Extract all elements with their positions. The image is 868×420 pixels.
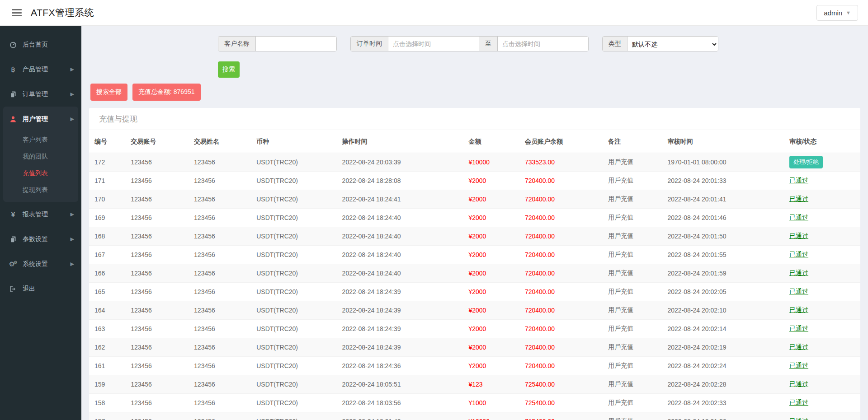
recharge-total-button[interactable]: 充值总金额: 876951 [132, 84, 201, 101]
cell-currency: USDT(TRC20) [251, 153, 336, 172]
cell-op-time: 2022-08-24 20:03:39 [337, 153, 463, 172]
sidebar-item-customer-list[interactable]: 客户列表 [3, 131, 78, 148]
sidebar-item-products[interactable]: ฿ 产品管理 ▶ [0, 57, 81, 82]
main-content: 客户名称 订单时间 至 类型 默认不选 搜索 搜索全部 充值总金额: 87695… [81, 26, 868, 420]
table-body: 172123456123456USDT(TRC20)2022-08-24 20:… [89, 153, 860, 420]
type-group: 类型 默认不选 [602, 36, 718, 51]
customer-name-group: 客户名称 [218, 36, 337, 51]
table-row: 166123456123456USDT(TRC20)2022-08-24 18:… [89, 264, 860, 283]
status-passed-link[interactable]: 已通过 [789, 288, 808, 295]
table-row: 169123456123456USDT(TRC20)2022-08-24 18:… [89, 209, 860, 227]
cell-remark: 用戶充值 [603, 412, 662, 420]
cell-op-time: 2022-08-24 18:05:51 [337, 375, 463, 394]
status-passed-link[interactable]: 已通过 [789, 251, 808, 258]
cell-balance: 725400.00 [519, 394, 603, 412]
cell-status: 已通过 [784, 394, 860, 412]
table-row: 159123456123456USDT(TRC20)2022-08-24 18:… [89, 375, 860, 394]
sidebar-item-withdraw-list[interactable]: 提现列表 [3, 182, 78, 198]
cell-id: 170 [89, 190, 125, 209]
cell-name: 123456 [189, 172, 251, 190]
cell-id: 171 [89, 172, 125, 190]
type-select[interactable]: 默认不选 [627, 37, 718, 51]
column-header: 会员账户余额 [519, 130, 603, 153]
chevron-down-icon: ▼ [846, 10, 851, 15]
status-passed-link[interactable]: 已通过 [789, 362, 808, 369]
status-passed-link[interactable]: 已通过 [789, 343, 808, 350]
cell-audit-time: 2022-08-24 20:02:05 [662, 283, 784, 301]
sidebar-item-recharge-list[interactable]: 充值列表 [3, 165, 78, 182]
status-passed-link[interactable]: 已通过 [789, 195, 808, 202]
cell-id: 166 [89, 264, 125, 283]
customer-name-input[interactable] [256, 37, 336, 51]
cell-id: 169 [89, 209, 125, 227]
order-time-separator: 至 [479, 37, 498, 51]
table-row: 158123456123456USDT(TRC20)2022-08-24 18:… [89, 394, 860, 412]
cell-account: 123456 [125, 172, 189, 190]
order-time-start-input[interactable] [388, 37, 479, 51]
sidebar-item-label: 系统设置 [23, 260, 48, 268]
status-passed-link[interactable]: 已通过 [789, 399, 808, 406]
status-process-reject-button[interactable]: 处理/拒绝 [789, 156, 823, 168]
table-row: 170123456123456USDT(TRC20)2022-08-24 18:… [89, 190, 860, 209]
cell-balance: 720400.00 [519, 209, 603, 227]
sidebar-item-dashboard[interactable]: 后台首页 [0, 32, 81, 57]
cell-currency: USDT(TRC20) [251, 375, 336, 394]
cell-status: 已通过 [784, 264, 860, 283]
chevron-right-icon: ▶ [71, 66, 74, 72]
status-passed-link[interactable]: 已通过 [789, 306, 808, 313]
cell-status: 已通过 [784, 283, 860, 301]
cell-account: 123456 [125, 320, 189, 338]
search-all-button[interactable]: 搜索全部 [90, 84, 127, 101]
cell-account: 123456 [125, 357, 189, 375]
status-passed-link[interactable]: 已通过 [789, 214, 808, 221]
cell-name: 123456 [189, 412, 251, 420]
cell-amount: ¥2000 [463, 338, 519, 357]
table-header-row: 编号交易账号交易姓名币种操作时间金额会员账户余额备注审核时间审核/状态 [89, 130, 860, 153]
sidebar-item-label: 退出 [23, 285, 35, 293]
chevron-right-icon: ▶ [71, 261, 74, 267]
sidebar-item-reports[interactable]: ¥ 报表管理 ▶ [0, 202, 81, 227]
cell-currency: USDT(TRC20) [251, 190, 336, 209]
table-row: 168123456123456USDT(TRC20)2022-08-24 18:… [89, 227, 860, 246]
cell-account: 123456 [125, 375, 189, 394]
search-button[interactable]: 搜索 [218, 61, 240, 78]
chevron-right-icon: ▶ [71, 116, 74, 122]
cell-account: 123456 [125, 227, 189, 246]
hamburger-menu-icon[interactable] [12, 9, 22, 16]
status-passed-link[interactable]: 已通过 [789, 177, 808, 184]
sidebar-item-logout[interactable]: 退出 [0, 276, 81, 301]
cell-name: 123456 [189, 153, 251, 172]
status-passed-link[interactable]: 已通过 [789, 232, 808, 239]
cell-audit-time: 2022-08-24 20:01:50 [662, 227, 784, 246]
cell-remark: 用戶充值 [603, 301, 662, 320]
filter-row: 客户名称 订单时间 至 类型 默认不选 [218, 36, 860, 51]
order-time-label: 订单时间 [351, 37, 388, 51]
cell-audit-time: 2022-08-24 18:01:56 [662, 412, 784, 420]
cell-account: 123456 [125, 338, 189, 357]
cell-currency: USDT(TRC20) [251, 301, 336, 320]
table-row: 162123456123456USDT(TRC20)2022-08-24 18:… [89, 338, 860, 357]
cell-remark: 用戶充值 [603, 320, 662, 338]
status-passed-link[interactable]: 已通过 [789, 325, 808, 332]
sidebar-item-system[interactable]: ⚙⚙ 系统设置 ▶ [0, 252, 81, 276]
cell-id: 168 [89, 227, 125, 246]
cell-amount: ¥2000 [463, 246, 519, 264]
sidebar-item-users[interactable]: 用户管理 ▶ [3, 107, 78, 131]
cell-balance: 720400.00 [519, 172, 603, 190]
sidebar-item-orders[interactable]: 订单管理 ▶ [0, 82, 81, 107]
cell-account: 123456 [125, 394, 189, 412]
users-submenu: 客户列表 我的团队 充值列表 提现列表 [3, 131, 78, 202]
sidebar-item-parameters[interactable]: 参数设置 ▶ [0, 227, 81, 252]
sidebar-item-my-team[interactable]: 我的团队 [3, 148, 78, 165]
table-row: 171123456123456USDT(TRC20)2022-08-24 18:… [89, 172, 860, 190]
cell-id: 164 [89, 301, 125, 320]
table-row: 165123456123456USDT(TRC20)2022-08-24 18:… [89, 283, 860, 301]
table-row: 163123456123456USDT(TRC20)2022-08-24 18:… [89, 320, 860, 338]
status-passed-link[interactable]: 已通过 [789, 380, 808, 387]
customer-name-label: 客户名称 [218, 37, 256, 51]
user-menu-button[interactable]: admin ▼ [816, 5, 858, 21]
order-time-end-input[interactable] [498, 37, 588, 51]
cell-account: 123456 [125, 246, 189, 264]
status-passed-link[interactable]: 已通过 [789, 269, 808, 276]
status-passed-link[interactable]: 已通过 [789, 417, 808, 420]
